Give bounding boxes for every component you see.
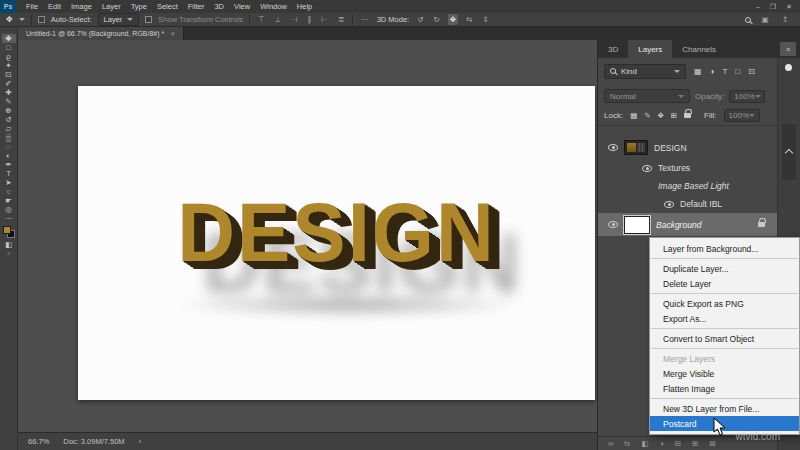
menu-item-delete-layer[interactable]: Delete Layer: [650, 276, 799, 291]
tab-channels[interactable]: Channels: [672, 40, 726, 58]
canvas[interactable]: DESIGN: [78, 86, 595, 400]
layer-group-icon[interactable]: ⊟: [675, 439, 681, 448]
share-icon[interactable]: ↥: [780, 14, 790, 25]
gradient-tool[interactable]: ▒: [2, 133, 16, 142]
tab-layers[interactable]: Layers: [628, 40, 672, 58]
menu-item-quick-export-as-png[interactable]: Quick Export as PNG: [650, 296, 799, 311]
opacity-input[interactable]: 100%: [729, 90, 765, 103]
lock-paint-icon[interactable]: ✎: [644, 111, 650, 120]
align-top-icon[interactable]: ⊤: [256, 14, 267, 25]
align-center-icon[interactable]: ∥: [306, 14, 314, 25]
lock-all-icon[interactable]: [684, 113, 691, 118]
menu-layer[interactable]: Layer: [102, 2, 121, 11]
link-layers-icon[interactable]: ∞: [608, 439, 613, 448]
3d-slide-icon[interactable]: ⇆: [464, 14, 474, 25]
tool-preset-caret-icon[interactable]: [19, 18, 25, 21]
filter-adjustment-layers-icon[interactable]: ◑: [710, 67, 715, 76]
menu-item-new-3d-layer-from-file[interactable]: New 3D Layer from File...: [650, 401, 799, 416]
layer-effects-icon[interactable]: fx: [624, 439, 630, 448]
document-tab[interactable]: Untitled-1 @ 66.7% (Background, RGB/8#) …: [18, 27, 184, 40]
more-options-icon[interactable]: ⋯: [359, 14, 371, 25]
dodge-tool[interactable]: ◐: [2, 151, 16, 160]
menu-filter[interactable]: Filter: [188, 2, 205, 11]
design-3d-text[interactable]: DESIGN: [177, 185, 496, 281]
menu-help[interactable]: Help: [297, 2, 312, 11]
quick-selection-tool[interactable]: ✦: [2, 61, 16, 70]
filter-pixel-layers-icon[interactable]: ▦: [694, 67, 702, 76]
marquee-tool[interactable]: □: [2, 43, 16, 52]
pen-tool[interactable]: ✒: [2, 160, 16, 169]
crop-tool[interactable]: ⊡: [2, 70, 16, 79]
status-arrow-icon[interactable]: ›: [139, 437, 142, 446]
minimize-button[interactable]: –: [756, 3, 760, 11]
delete-layer-icon[interactable]: ⊠: [709, 439, 715, 448]
panel-menu-icon[interactable]: ≡: [780, 42, 796, 56]
foreground-color-swatch[interactable]: [3, 226, 11, 234]
restore-button[interactable]: ❐: [770, 3, 776, 11]
clone-stamp-tool[interactable]: ⊕: [2, 106, 16, 115]
menu-item-postcard[interactable]: Postcard: [650, 416, 799, 431]
color-swatches[interactable]: [3, 226, 15, 238]
auto-select-checkbox[interactable]: [38, 16, 45, 23]
align-bottom-icon[interactable]: ⊥: [273, 14, 284, 25]
layer-row-background[interactable]: Background: [598, 213, 777, 236]
quick-mask-icon[interactable]: ◧: [2, 240, 16, 249]
type-tool[interactable]: T: [2, 169, 16, 178]
brush-tool[interactable]: ✎: [2, 97, 16, 106]
distribute-icon[interactable]: ≣: [336, 14, 346, 25]
layer-row-textures[interactable]: Textures: [598, 159, 777, 177]
menu-3d[interactable]: 3D: [214, 2, 224, 11]
tab-3d[interactable]: 3D: [598, 40, 628, 58]
zoom-level[interactable]: 66.7%: [28, 437, 49, 446]
menu-image[interactable]: Image: [71, 2, 92, 11]
menu-item-duplicate-layer[interactable]: Duplicate Layer...: [650, 261, 799, 276]
menu-item-merge-visible[interactable]: Merge Visible: [650, 366, 799, 381]
visibility-eye-icon[interactable]: [608, 144, 618, 151]
blend-mode-dropdown[interactable]: Normal: [604, 89, 690, 103]
3d-scale-icon[interactable]: ⇕: [480, 14, 490, 25]
layer-row-default-ibl[interactable]: Default IBL: [598, 195, 777, 213]
zoom-tool[interactable]: ◎: [2, 205, 16, 214]
move-tool[interactable]: ✥: [2, 34, 16, 43]
visibility-eye-icon[interactable]: [642, 165, 652, 172]
menu-window[interactable]: Window: [260, 2, 287, 11]
visibility-eye-icon[interactable]: [608, 221, 618, 228]
filter-type-layers-icon[interactable]: T: [722, 67, 727, 76]
move-tool-icon[interactable]: ✥: [6, 15, 13, 24]
new-layer-icon[interactable]: ⊞: [692, 439, 698, 448]
eyedropper-tool[interactable]: ✐: [2, 79, 16, 88]
workspace-icon[interactable]: ▣: [760, 14, 771, 25]
visibility-eye-icon[interactable]: [664, 201, 674, 208]
menu-item-flatten-image[interactable]: Flatten Image: [650, 381, 799, 396]
menu-edit[interactable]: Edit: [48, 2, 61, 11]
filter-kind-dropdown[interactable]: Kind: [604, 64, 686, 79]
filter-toggle-icon[interactable]: [785, 64, 792, 71]
filter-shape-layers-icon[interactable]: □: [735, 67, 740, 76]
3d-drag-icon[interactable]: ✥: [448, 14, 458, 25]
align-left-icon[interactable]: ⊣: [289, 14, 300, 25]
layer-row-image-based-light[interactable]: Image Based Light: [598, 177, 777, 195]
background-layer-thumbnail[interactable]: [624, 216, 650, 234]
hand-tool[interactable]: ☛: [2, 196, 16, 205]
history-brush-tool[interactable]: ↺: [2, 115, 16, 124]
3d-rotate-icon[interactable]: ↺: [415, 14, 425, 25]
filter-smart-objects-icon[interactable]: ⊡: [748, 67, 755, 76]
layer-mask-icon[interactable]: ◧: [641, 439, 648, 448]
eraser-tool[interactable]: ▱: [2, 124, 16, 133]
menu-item-convert-to-smart-object[interactable]: Convert to Smart Object: [650, 331, 799, 346]
auto-select-dropdown[interactable]: Layer: [98, 13, 140, 26]
lock-position-icon[interactable]: ✥: [658, 111, 664, 120]
lock-artboard-icon[interactable]: ⊞: [671, 111, 677, 120]
show-transform-checkbox[interactable]: [145, 16, 152, 23]
3d-roll-icon[interactable]: ↻: [432, 14, 442, 25]
adjustment-layer-icon[interactable]: ◑: [659, 439, 664, 448]
shape-tool[interactable]: ○: [2, 187, 16, 196]
align-right-icon[interactable]: ⊢: [319, 14, 330, 25]
healing-brush-tool[interactable]: ✚: [2, 88, 16, 97]
blur-tool[interactable]: ◌: [2, 142, 16, 151]
fill-input[interactable]: 100%: [724, 109, 760, 122]
menu-view[interactable]: View: [234, 2, 250, 11]
layer-row-design[interactable]: DESIGN: [598, 136, 777, 159]
menu-item-layer-from-background[interactable]: Layer from Background...: [650, 241, 799, 256]
lock-transparency-icon[interactable]: ▦: [630, 111, 637, 120]
